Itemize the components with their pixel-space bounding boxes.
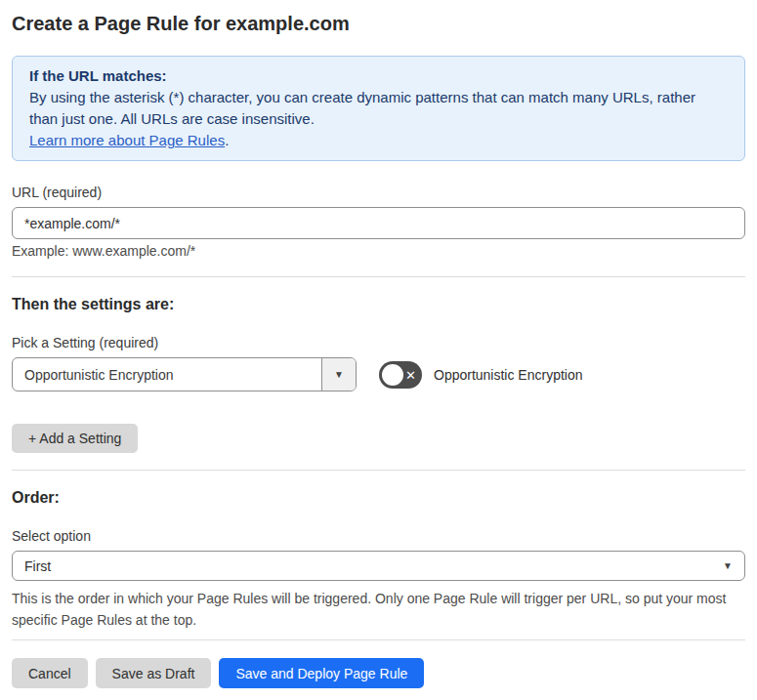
- opportunistic-encryption-toggle[interactable]: ✕: [379, 361, 422, 389]
- toggle-knob: [382, 364, 403, 386]
- chevron-down-icon: ▼: [334, 369, 344, 380]
- cancel-button[interactable]: Cancel: [12, 658, 88, 688]
- url-input[interactable]: [12, 207, 745, 239]
- order-select-value: First: [24, 558, 51, 574]
- url-field-label: URL (required): [12, 185, 745, 199]
- setting-picker-dropdown[interactable]: Opportunistic Encryption ▼: [12, 357, 357, 391]
- url-example-helper: Example: www.example.com/*: [12, 244, 745, 258]
- divider: [12, 639, 745, 640]
- order-section-heading: Order:: [12, 490, 745, 506]
- add-setting-button[interactable]: + Add a Setting: [12, 424, 138, 453]
- order-section: Order: Select option First ▼ This is the…: [12, 490, 745, 631]
- order-select[interactable]: First ▼: [12, 551, 745, 581]
- chevron-down-icon: ▼: [723, 560, 733, 571]
- settings-section-heading: Then the settings are:: [12, 297, 745, 312]
- settings-section: Then the settings are: Pick a Setting (r…: [12, 297, 745, 453]
- page-title: Create a Page Rule for example.com: [12, 12, 745, 35]
- setting-row: Opportunistic Encryption ▼ ✕ Opportunist…: [12, 357, 745, 391]
- info-box-heading: If the URL matches:: [29, 65, 728, 87]
- order-select-label: Select option: [12, 529, 745, 543]
- info-box-body: By using the asterisk (*) character, you…: [29, 87, 728, 130]
- info-box-link-line: Learn more about Page Rules.: [29, 130, 728, 151]
- save-and-deploy-button[interactable]: Save and Deploy Page Rule: [219, 658, 424, 688]
- divider: [12, 470, 745, 471]
- setting-picker-value: Opportunistic Encryption: [13, 358, 321, 391]
- learn-more-link[interactable]: Learn more about Page Rules: [29, 132, 225, 148]
- url-section: URL (required) Example: www.example.com/…: [12, 185, 745, 258]
- save-as-draft-button[interactable]: Save as Draft: [96, 658, 212, 688]
- toggle-x-icon: ✕: [405, 368, 416, 381]
- url-matches-info-box: If the URL matches: By using the asteris…: [12, 56, 745, 161]
- toggle-label: Opportunistic Encryption: [434, 367, 583, 383]
- order-helper-text: This is the order in which your Page Rul…: [12, 588, 745, 631]
- pick-setting-label: Pick a Setting (required): [12, 336, 745, 350]
- footer-actions: Cancel Save as Draft Save and Deploy Pag…: [12, 658, 745, 688]
- divider: [12, 276, 745, 277]
- setting-picker-arrow-button[interactable]: ▼: [321, 358, 356, 391]
- link-suffix: .: [225, 132, 229, 148]
